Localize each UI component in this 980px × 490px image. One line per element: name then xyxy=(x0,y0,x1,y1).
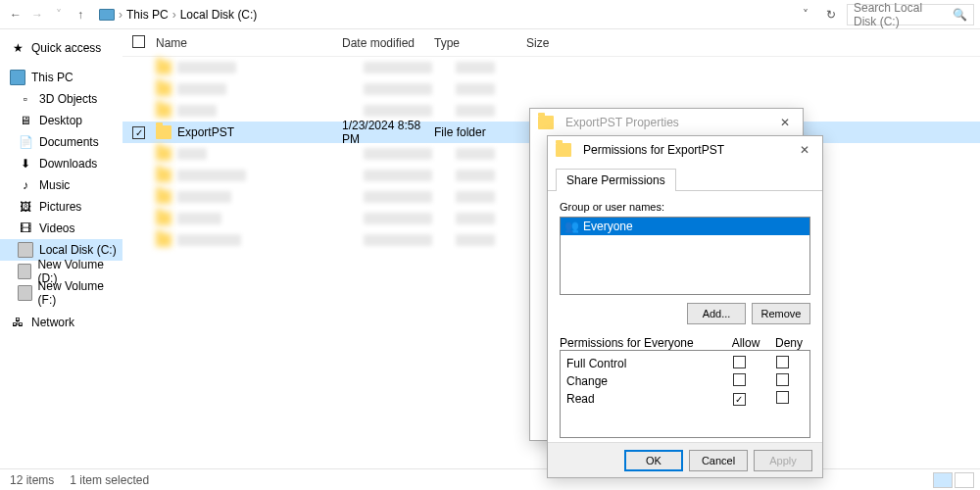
drive-icon xyxy=(18,264,31,279)
sidebar-this-pc[interactable]: This PC xyxy=(0,67,122,88)
documents-icon: 📄 xyxy=(18,134,33,150)
chevron-right-icon: › xyxy=(119,8,122,22)
close-button[interactable]: ✕ xyxy=(795,143,814,157)
tab-share-permissions[interactable]: Share Permissions xyxy=(556,169,676,191)
col-name[interactable]: Name xyxy=(156,36,342,50)
file-row[interactable] xyxy=(122,57,980,78)
permissions-dialog: Permissions for ExportPST ✕ Share Permis… xyxy=(547,135,823,478)
sidebar-item-documents[interactable]: 📄Documents xyxy=(0,131,122,153)
up-button[interactable]: ↑ xyxy=(71,5,90,24)
dialog-title: Permissions for ExportPST xyxy=(583,143,724,157)
sidebar-item-new-volume-f[interactable]: New Volume (F:) xyxy=(0,282,122,304)
sidebar-quick-access[interactable]: ★Quick access xyxy=(0,37,122,59)
sidebar-item-pictures[interactable]: 🖼Pictures xyxy=(0,196,122,218)
sidebar-item-3d[interactable]: ▫3D Objects xyxy=(0,88,122,110)
row-checkbox[interactable]: ✓ xyxy=(132,126,145,139)
add-button[interactable]: Add... xyxy=(687,303,746,324)
breadcrumb-drive[interactable]: Local Disk (C:) xyxy=(180,8,258,22)
dropdown-icon[interactable]: ˅ xyxy=(796,5,815,24)
back-button[interactable]: ← xyxy=(6,5,25,24)
sidebar-item-music[interactable]: ♪Music xyxy=(0,174,122,196)
dialog-title: ExportPST Properties xyxy=(565,116,679,129)
file-date: 1/23/2024 8:58 PM xyxy=(342,119,434,146)
perm-row-change: Change xyxy=(566,372,804,390)
cancel-button[interactable]: Cancel xyxy=(689,450,748,471)
videos-icon: 🎞 xyxy=(18,220,33,236)
folder-icon xyxy=(156,125,172,139)
col-date[interactable]: Date modified xyxy=(342,36,434,50)
status-bar: 12 items 1 item selected xyxy=(0,468,980,490)
chevron-right-icon: › xyxy=(172,8,176,22)
drive-icon xyxy=(18,242,33,258)
perm-row-read: Read✓ xyxy=(566,390,804,408)
file-name: ExportPST xyxy=(177,125,342,139)
close-button[interactable]: ✕ xyxy=(775,116,795,129)
col-size[interactable]: Size xyxy=(526,36,585,50)
perm-header-label: Permissions for Everyone xyxy=(560,336,724,350)
remove-button[interactable]: Remove xyxy=(752,303,810,324)
pc-icon xyxy=(10,70,25,85)
status-selected: 1 item selected xyxy=(70,473,149,487)
search-icon: 🔍 xyxy=(953,8,967,22)
permissions-list: Full Control Change Read✓ xyxy=(560,350,810,438)
sidebar-network[interactable]: 🖧Network xyxy=(0,312,122,333)
network-icon: 🖧 xyxy=(10,315,25,330)
sidebar-item-videos[interactable]: 🎞Videos xyxy=(0,218,122,239)
folder-icon: ▫ xyxy=(18,91,33,107)
group-label: Group or user names: xyxy=(560,201,810,213)
breadcrumb-root[interactable]: This PC xyxy=(126,8,169,22)
view-details-button[interactable] xyxy=(933,472,953,488)
col-type[interactable]: Type xyxy=(434,36,526,50)
refresh-button[interactable]: ↻ xyxy=(821,5,841,24)
folder-icon xyxy=(556,143,571,157)
downloads-icon: ⬇ xyxy=(18,156,33,172)
user-everyone[interactable]: 👥 Everyone xyxy=(561,218,809,235)
deny-checkbox[interactable] xyxy=(776,391,789,404)
perm-row-full-control: Full Control xyxy=(566,355,804,372)
perm-header-allow: Allow xyxy=(724,336,767,350)
status-item-count: 12 items xyxy=(10,473,54,487)
allow-checkbox[interactable]: ✓ xyxy=(733,393,746,406)
column-headers: Name Date modified Type Size xyxy=(122,29,980,57)
users-icon: 👥 xyxy=(564,220,579,233)
perm-header-deny: Deny xyxy=(767,336,810,350)
ok-button[interactable]: OK xyxy=(624,450,683,471)
forward-button: → xyxy=(27,5,47,24)
deny-checkbox[interactable] xyxy=(776,356,789,368)
allow-checkbox[interactable] xyxy=(733,373,746,386)
allow-checkbox[interactable] xyxy=(733,356,746,368)
search-input[interactable]: Search Local Disk (C:) 🔍 xyxy=(847,4,974,25)
pictures-icon: 🖼 xyxy=(18,199,33,215)
deny-checkbox[interactable] xyxy=(776,373,789,386)
recent-dropdown[interactable]: ˅ xyxy=(49,5,69,24)
drive-icon xyxy=(18,285,32,301)
select-all-checkbox[interactable] xyxy=(132,35,145,48)
user-list[interactable]: 👥 Everyone xyxy=(560,217,810,295)
pc-icon xyxy=(99,9,115,21)
sidebar: ★Quick access This PC ▫3D Objects 🖥Deskt… xyxy=(0,29,122,461)
file-type: File folder xyxy=(434,125,526,139)
desktop-icon: 🖥 xyxy=(18,113,33,128)
search-placeholder: Search Local Disk (C:) xyxy=(854,1,947,28)
view-large-button[interactable] xyxy=(955,472,974,488)
file-row[interactable] xyxy=(122,78,980,100)
sidebar-item-downloads[interactable]: ⬇Downloads xyxy=(0,153,122,174)
apply-button: Apply xyxy=(754,450,812,471)
breadcrumb[interactable]: › This PC › Local Disk (C:) xyxy=(92,4,794,25)
folder-icon xyxy=(538,116,554,129)
star-icon: ★ xyxy=(10,40,25,56)
music-icon: ♪ xyxy=(18,177,33,193)
sidebar-item-desktop[interactable]: 🖥Desktop xyxy=(0,110,122,131)
